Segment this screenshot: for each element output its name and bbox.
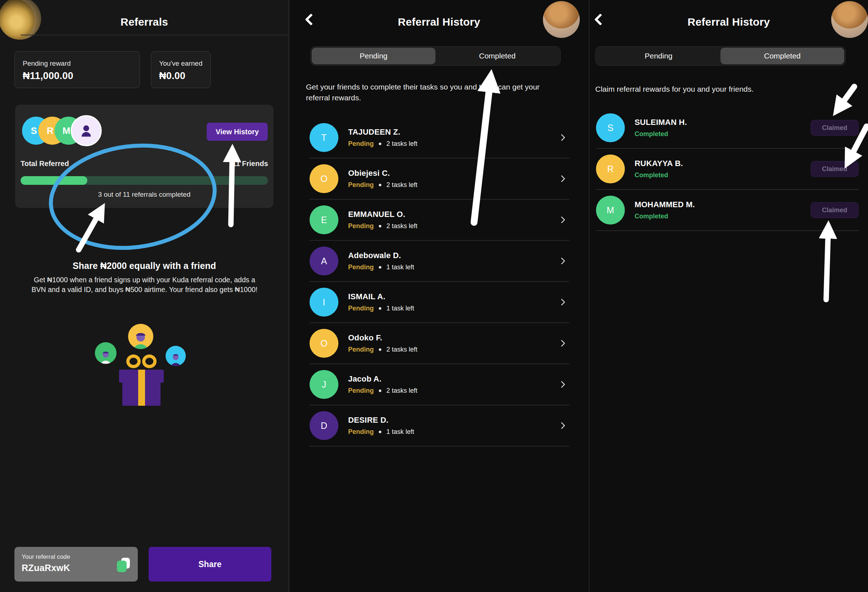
referral-row[interactable]: A Adebowale D. Pending 1 task left xyxy=(310,241,569,282)
share-button[interactable]: Share xyxy=(149,547,271,582)
tasks-left: 2 tasks left xyxy=(386,346,418,354)
avatar-initial: S xyxy=(31,125,37,136)
referral-progress-bar xyxy=(21,176,268,185)
tasks-left: 2 tasks left xyxy=(386,140,418,148)
stat-card: Pending reward ₦11,000.00 xyxy=(15,51,140,88)
status-badge: Pending xyxy=(348,140,374,148)
status-badge: Pending xyxy=(348,181,374,189)
friend-bubble-icon xyxy=(165,346,186,366)
chevron-right-icon xyxy=(558,340,565,347)
tab-label: Completed xyxy=(764,52,801,60)
referral-row[interactable]: M MOHAMMED M. Completed Claimed xyxy=(596,190,859,231)
status-badge: Completed xyxy=(635,172,668,179)
referral-history-pending-screen: Referral History Pending Completed Get y… xyxy=(289,0,589,592)
referral-avatar: O xyxy=(310,329,338,358)
friend-bubble-icon xyxy=(95,342,117,364)
avatar-initial: R xyxy=(47,125,54,136)
chevron-right-icon xyxy=(558,381,565,388)
referral-row[interactable]: T TAJUDEEN Z. Pending 2 tasks left xyxy=(310,117,569,158)
status-badge: Pending xyxy=(348,222,374,230)
stat-value: ₦0.00 xyxy=(159,70,202,81)
claimed-button[interactable]: Claimed xyxy=(810,120,859,136)
tab-label: Pending xyxy=(645,52,672,60)
person-illustration-icon xyxy=(131,330,150,349)
chevron-right-icon xyxy=(558,258,565,265)
tasks-left: 1 task left xyxy=(386,263,414,271)
gift-bow-icon xyxy=(142,354,156,368)
referral-avatar: A xyxy=(310,247,338,275)
referral-name: SULEIMAN H. xyxy=(635,118,687,127)
referral-name: Obiejesi C. xyxy=(348,169,418,178)
progress-caption: 3 out of 11 referrals completed xyxy=(15,191,273,198)
profile-avatar[interactable] xyxy=(831,1,868,38)
chevron-right-icon xyxy=(558,216,565,223)
completed-referral-list: S SULEIMAN H. Completed Claimed R RUKAY xyxy=(596,108,859,231)
separator-dot xyxy=(379,266,381,269)
tab[interactable]: Pending xyxy=(312,47,435,64)
screen-description: Claim referral rewards for you and your … xyxy=(595,84,848,95)
referral-name: RUKAYYA B. xyxy=(635,159,683,168)
chevron-right-icon xyxy=(558,299,565,306)
referral-row[interactable]: D DESIRE D. Pending 1 task left xyxy=(310,406,569,447)
tasks-left: 2 tasks left xyxy=(386,387,418,395)
avatar-initial: E xyxy=(321,215,327,225)
view-history-button[interactable]: View History xyxy=(207,123,268,141)
referral-avatar: E xyxy=(310,206,338,234)
avatar-initial: O xyxy=(320,338,327,349)
avatar-initial: J xyxy=(322,379,326,390)
avatar-initial: S xyxy=(608,123,614,133)
referral-name: MOHAMMED M. xyxy=(635,200,695,209)
referral-row[interactable]: R RUKAYYA B. Completed Claimed xyxy=(596,149,859,190)
referral-name: EMMANUEL O. xyxy=(348,210,418,219)
stats-row: Pending reward ₦11,000.00 You've earned … xyxy=(15,51,275,88)
avatar-initial: M xyxy=(62,125,70,136)
avatar-initial: T xyxy=(321,132,326,143)
referral-avatar: M xyxy=(596,195,625,225)
referral-row[interactable]: E EMMANUEL O. Pending 2 tasks left xyxy=(310,200,569,241)
referral-code-label: Your referral code xyxy=(22,554,131,561)
tab[interactable]: Pending xyxy=(597,47,720,64)
status-badge: Pending xyxy=(348,428,374,436)
pending-referral-list: T TAJUDEEN Z. Pending 2 tasks left O xyxy=(310,117,569,447)
tasks-left: 1 task left xyxy=(386,428,414,436)
tab-label: Pending xyxy=(360,52,387,60)
stat-value: ₦11,000.00 xyxy=(23,70,132,81)
total-referred-label: Total Referred xyxy=(21,160,69,168)
header-divider xyxy=(21,35,289,36)
tasks-left: 2 tasks left xyxy=(386,222,418,230)
tab[interactable]: Completed xyxy=(435,47,559,64)
referral-avatar: S xyxy=(596,113,625,142)
referral-history-completed-screen: Referral History Pending Completed Claim… xyxy=(589,0,868,592)
referral-avatar: O xyxy=(310,164,338,193)
claimed-button[interactable]: Claimed xyxy=(810,161,859,177)
copy-icon[interactable] xyxy=(117,558,130,572)
referral-avatar: D xyxy=(310,411,338,440)
person-icon xyxy=(78,123,94,139)
tasks-left: 1 task left xyxy=(386,305,414,312)
page-title: Referral History xyxy=(589,16,868,28)
copy-icon-front xyxy=(117,561,127,572)
referral-avatar: R xyxy=(596,154,625,184)
referral-row[interactable]: J Jacob A. Pending 2 tasks left xyxy=(310,364,569,406)
referral-avatar: I xyxy=(310,288,338,317)
referral-code-card[interactable]: Your referral code RZuaRxwK xyxy=(15,547,138,582)
screenshot-stage: Referrals Pending reward ₦11,000.00 You'… xyxy=(0,0,868,592)
gift-ribbon xyxy=(138,370,145,406)
status-badge: Completed xyxy=(635,130,668,138)
referral-progress-fill xyxy=(21,176,87,185)
status-badge: Pending xyxy=(348,305,374,312)
tab[interactable]: Completed xyxy=(720,47,844,64)
stat-card: You've earned ₦0.00 xyxy=(151,51,211,88)
referral-name: Adebowale D. xyxy=(348,251,414,260)
referral-row[interactable]: I ISMAIL A. Pending 1 task left xyxy=(310,282,569,323)
referral-row[interactable]: S SULEIMAN H. Completed Claimed xyxy=(596,108,859,149)
referral-row[interactable]: O Odoko F. Pending 2 tasks left xyxy=(310,323,569,364)
avatar-initial: D xyxy=(321,420,327,431)
separator-dot xyxy=(379,225,381,227)
referral-row[interactable]: O Obiejesi C. Pending 2 tasks left xyxy=(310,158,569,200)
referral-name: TAJUDEEN Z. xyxy=(348,127,418,137)
referral-avatar: J xyxy=(310,370,338,399)
referral-code-value: RZuaRxwK xyxy=(22,563,131,573)
claimed-button[interactable]: Claimed xyxy=(810,202,859,218)
profile-avatar[interactable] xyxy=(543,1,580,38)
